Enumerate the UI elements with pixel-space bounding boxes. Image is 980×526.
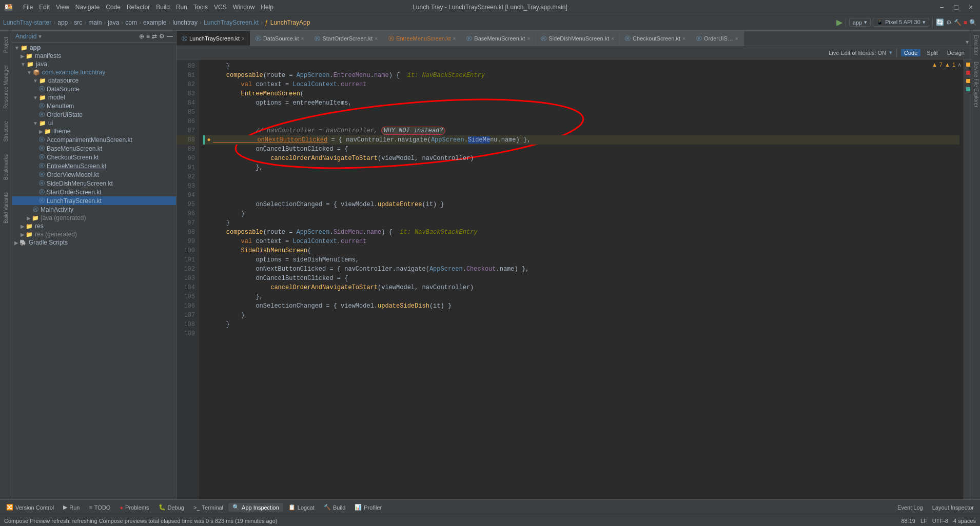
bottom-tab-todo[interactable]: ≡ TODO <box>85 503 114 512</box>
tree-item-datasource[interactable]: Ⓚ DataSource <box>12 85 176 93</box>
project-toolbar-add[interactable]: ⊕ <box>139 33 144 40</box>
tree-item-model[interactable]: ▼ 📁 model <box>12 93 176 102</box>
tree-item-lunchtray[interactable]: Ⓚ LunchTrayScreen.kt <box>12 196 176 205</box>
menu-build[interactable]: Build <box>156 4 170 11</box>
tab-close-5[interactable]: × <box>611 36 614 42</box>
menu-navigate[interactable]: Navigate <box>75 4 100 11</box>
tree-item-checkout[interactable]: Ⓚ CheckoutScreen.kt <box>12 153 176 161</box>
tree-item-app[interactable]: ▼ 📁 app <box>12 44 176 52</box>
menu-file[interactable]: File <box>23 4 33 11</box>
tab-startorder[interactable]: Ⓚ StartOrderScreen.kt × <box>309 31 383 46</box>
tree-item-start[interactable]: Ⓚ StartOrderScreen.kt <box>12 188 176 196</box>
bottom-tab-build[interactable]: 🔨 Build <box>320 503 349 512</box>
tree-item-manifests[interactable]: ▶ 📁 manifests <box>12 52 176 60</box>
tab-datasource[interactable]: Ⓚ DataSource.kt × <box>250 31 310 46</box>
stop-icon[interactable]: ■ <box>964 19 967 26</box>
sidebar-item-bookmarks[interactable]: Bookmarks <box>2 152 10 182</box>
tree-item-orderuistate[interactable]: Ⓚ OrderUiState <box>12 110 176 119</box>
tree-item-ordervm[interactable]: Ⓚ OrderViewModel.kt <box>12 170 176 179</box>
tree-item-theme[interactable]: ▶ 📁 theme <box>12 127 176 135</box>
tab-close-3[interactable]: × <box>453 36 456 42</box>
tree-item-java[interactable]: ▼ 📁 java <box>12 60 176 68</box>
code-line-84: options = entreeMenuItems, <box>203 98 959 108</box>
menu-code[interactable]: Code <box>106 4 121 11</box>
sidebar-item-project[interactable]: Project <box>2 35 10 55</box>
tree-item-java-gen[interactable]: ▶ 📁 java (generated) <box>12 214 176 222</box>
tab-entreemenu[interactable]: Ⓚ EntreeMenuScreen.kt × <box>383 31 461 46</box>
bottom-tab-run[interactable]: ▶ Run <box>59 503 84 512</box>
tab-close-2[interactable]: × <box>375 36 378 42</box>
sidebar-item-structure[interactable]: Structure <box>2 119 10 144</box>
tree-item-accomp[interactable]: Ⓚ AccompanimentMenuScreen.kt <box>12 135 176 144</box>
tree-item-base[interactable]: Ⓚ BaseMenuScreen.kt <box>12 144 176 153</box>
code-mode-button[interactable]: Code <box>901 49 920 56</box>
tree-item-mainactivity[interactable]: Ⓚ MainActivity <box>12 205 176 214</box>
sync-icon[interactable]: 🔄 <box>936 18 944 26</box>
menu-view[interactable]: View <box>56 4 69 11</box>
tree-item-res[interactable]: ▶ 📁 res <box>12 222 176 230</box>
bottom-tab-debug[interactable]: 🐛 Debug <box>154 503 188 512</box>
tab-checkout[interactable]: Ⓚ CheckoutScreen.kt × <box>620 31 691 46</box>
bottom-tab-layout-inspector[interactable]: Layout Inspector <box>928 503 978 512</box>
project-toolbar-layout[interactable]: ≡ <box>146 33 150 40</box>
device-dropdown[interactable]: 📱 Pixel 5 API 30 ▾ <box>873 18 929 27</box>
collapse-icon[interactable]: ∧ <box>957 62 962 68</box>
tab-close-0[interactable]: × <box>242 36 245 42</box>
tree-item-gradle[interactable]: ▶ 🐘 Gradle Scripts <box>12 238 176 247</box>
app-dropdown[interactable]: app ▾ <box>849 18 871 27</box>
tree-item-sidedish[interactable]: Ⓚ SideDishMenuScreen.kt <box>12 179 176 188</box>
window-controls[interactable]: − □ × <box>936 2 976 12</box>
tree-item-entree[interactable]: Ⓚ EntreeMenuScreen.kt <box>12 161 176 170</box>
tab-close-1[interactable]: × <box>301 36 304 42</box>
split-mode-button[interactable]: Split <box>924 49 940 56</box>
bottom-tab-profiler[interactable]: 📊 Profiler <box>350 503 386 512</box>
project-toolbar-sort[interactable]: ⇄ <box>152 33 157 40</box>
sidebar-item-device-file[interactable]: Device File Explorer <box>973 62 979 107</box>
bottom-tab-terminal[interactable]: >_ Terminal <box>189 503 227 512</box>
project-toolbar-collapse[interactable]: — <box>167 33 173 40</box>
tab-lunchtrayscreen[interactable]: Ⓚ LunchTrayScreen.kt × <box>177 31 250 46</box>
bottom-tab-event-log[interactable]: Event Log <box>893 503 927 512</box>
tab-orderui[interactable]: Ⓚ OrderUiS… × <box>691 31 744 46</box>
menu-bar[interactable]: File Edit View Navigate Code Refactor Bu… <box>23 4 273 11</box>
sidebar-item-resource-manager[interactable]: Resource Manager <box>2 63 10 111</box>
build-icon[interactable]: 🔨 <box>954 19 962 26</box>
sidebar-item-build-variants[interactable]: Build Variants <box>2 190 10 226</box>
menu-refactor[interactable]: Refactor <box>127 4 150 11</box>
bottom-tab-app-inspection[interactable]: 🔍 App Inspection <box>228 503 283 512</box>
project-toolbar-settings[interactable]: ⚙ <box>159 33 165 40</box>
tree-item-package[interactable]: ▼ 📦 com.example.lunchtray <box>12 68 176 76</box>
tree-item-ui[interactable]: ▼ 📁 ui <box>12 119 176 127</box>
tabs-more[interactable]: ▾ <box>963 38 972 46</box>
tree-item-res-gen[interactable]: ▶ 📁 res (generated) <box>12 230 176 238</box>
menu-vcs[interactable]: VCS <box>214 4 227 11</box>
bottom-tab-logcat[interactable]: 📋 Logcat <box>284 503 319 512</box>
tab-basemenu[interactable]: Ⓚ BaseMenuScreen.kt × <box>461 31 536 46</box>
menu-run[interactable]: Run <box>176 4 187 11</box>
sidebar-item-emulator[interactable]: Emulator <box>973 35 979 55</box>
tab-close-4[interactable]: × <box>527 36 530 42</box>
menu-edit[interactable]: Edit <box>39 4 50 11</box>
close-button[interactable]: × <box>966 2 976 12</box>
code-content[interactable]: } composable(route = AppScreen.EntreeMen… <box>199 59 964 499</box>
design-mode-button[interactable]: Design <box>944 49 968 56</box>
maximize-button[interactable]: □ <box>951 2 961 12</box>
menu-tools[interactable]: Tools <box>193 4 208 11</box>
run-icon[interactable]: ▶ <box>836 17 842 27</box>
search-icon[interactable]: 🔍 <box>969 19 977 26</box>
menu-help[interactable]: Help <box>261 4 273 11</box>
settings-icon[interactable]: ⚙ <box>946 19 952 26</box>
menu-window[interactable]: Window <box>233 4 255 11</box>
live-edit-toggle[interactable]: ▾ <box>889 49 892 56</box>
tab-close-6[interactable]: × <box>682 36 685 42</box>
tab-close-7[interactable]: × <box>735 36 738 42</box>
bottom-tab-problems[interactable]: ● Problems <box>115 503 153 512</box>
tree-item-menuitem[interactable]: Ⓚ MenuItem <box>12 102 176 110</box>
minimize-button[interactable]: − <box>936 2 947 12</box>
bottom-tab-version-control[interactable]: 🔀 Version Control <box>2 503 58 512</box>
tree-item-datasource-folder[interactable]: ▼ 📁 datasource <box>12 76 176 85</box>
code-editor[interactable]: ▲ 7 ▲ 1 ∧ 80 81 82 83 84 85 86 87 88 89 … <box>177 59 972 499</box>
project-dropdown-arrow[interactable]: ▾ <box>38 33 42 40</box>
tab-sidedish[interactable]: Ⓚ SideDishMenuScreen.kt × <box>536 31 620 46</box>
toolbar-file[interactable]: LunchTrayScreen.kt <box>204 19 259 26</box>
